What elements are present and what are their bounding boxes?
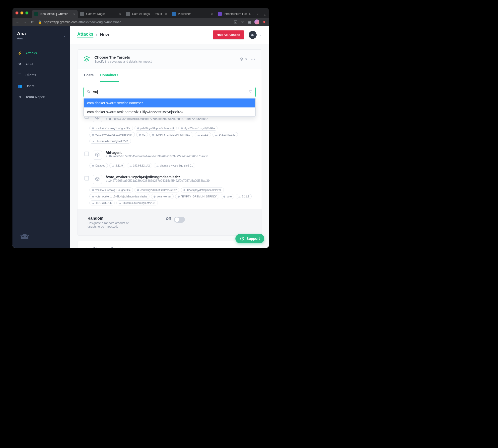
tag-text: 12y2fq4sjydh9ngmdaamlazhz bbox=[187, 188, 221, 191]
browser-window: New Attack | Gremlin × Cats vs Dogs! × C… bbox=[12, 8, 269, 248]
sidebar-item-users[interactable]: 👥 Users bbox=[12, 81, 70, 91]
tag[interactable]: ☁2.11.9 bbox=[195, 132, 211, 137]
tag[interactable]: ⬢iflywf22zvzs1ezjv6j88d4bk bbox=[178, 126, 217, 131]
close-window-icon[interactable] bbox=[15, 11, 18, 14]
team-menu[interactable]: ⌄ bbox=[249, 31, 262, 39]
breadcrumb: Attacks › New bbox=[77, 32, 109, 38]
tag[interactable]: ☁ubuntu-s-4vcpu-8gb-sfo2-01 bbox=[154, 163, 195, 168]
profile-avatar[interactable] bbox=[254, 19, 259, 24]
tag[interactable]: ⬢vote bbox=[221, 194, 234, 199]
maximize-window-icon[interactable] bbox=[25, 11, 28, 14]
browser-tab[interactable]: Cats vs Dogs -- Result × bbox=[124, 10, 169, 18]
tag[interactable]: ☁2.11.9 bbox=[109, 163, 125, 168]
gremlin-card[interactable]: Choose a Gremlin Select the type of atta… bbox=[77, 241, 262, 248]
window-controls bbox=[15, 11, 28, 14]
tag-list: ⬢vmukv7n8scsokg1uo5gpe8l3c⬢eqmwng2787b1f… bbox=[83, 185, 256, 209]
sidebar-item-alfi[interactable]: ⚗ ALFI bbox=[12, 59, 70, 70]
star-icon[interactable]: ☆ bbox=[241, 20, 244, 24]
halt-attacks-button[interactable]: Halt All Attacks bbox=[213, 30, 244, 39]
cast-icon[interactable]: ▣ bbox=[248, 20, 251, 24]
lock-icon: 🔒 bbox=[38, 20, 42, 24]
tab-containers[interactable]: Containers bbox=[100, 69, 119, 82]
container-search[interactable]: viz bbox=[83, 87, 256, 97]
tag-text: "EMPTY_GREMLIN_STRING" bbox=[181, 195, 217, 198]
minimize-window-icon[interactable] bbox=[20, 11, 23, 14]
random-toggle[interactable] bbox=[174, 217, 185, 223]
tag-icon: ☁ bbox=[215, 133, 217, 136]
tag-text: eqmwng2787b1f3m0rcm4k1loz bbox=[141, 188, 177, 191]
tag[interactable]: ⬢Datadog bbox=[89, 163, 108, 168]
container-id: b2d32ca032323bd7eb1c0edcbcf77685aff87f68… bbox=[106, 117, 255, 121]
dropdown-item[interactable]: com.docker.swarm.service.name:viz bbox=[84, 98, 255, 107]
close-tab-icon[interactable]: × bbox=[257, 12, 259, 16]
tag-text: ubuntu-s-4vcpu-8gb-sfo2-01 bbox=[96, 140, 129, 143]
tag-icon: ⬢ bbox=[153, 195, 156, 198]
tag-text: 2.11.9 bbox=[242, 195, 249, 198]
browser-tab[interactable]: Cats vs Dogs! × bbox=[78, 10, 124, 18]
cube-icon: 0 bbox=[239, 57, 247, 61]
dropdown-item[interactable]: com.docker.swarm.task.name:viz.1.iflywf2… bbox=[84, 107, 255, 116]
more-icon[interactable]: ••• bbox=[251, 57, 256, 61]
tag[interactable]: ⬢vote_worker bbox=[151, 194, 174, 199]
container-name: /dd-agent bbox=[106, 151, 255, 155]
tag[interactable]: ⬢viz bbox=[136, 132, 148, 137]
tag-text: 142.93.82.142 bbox=[219, 133, 235, 136]
nav-forward-icon[interactable]: → bbox=[23, 20, 27, 24]
close-tab-icon[interactable]: × bbox=[165, 12, 167, 16]
sidebar-item-label: Clients bbox=[25, 73, 36, 77]
tag[interactable]: ☁142.93.82.142 bbox=[127, 163, 152, 168]
user-switcher[interactable]: Ana Ana ⌄ bbox=[12, 26, 70, 45]
close-tab-icon[interactable]: × bbox=[119, 12, 121, 16]
row-checkbox[interactable] bbox=[84, 176, 89, 180]
tag[interactable]: ☁ubuntu-s-4vcpu-8gb-sfo2-01 bbox=[89, 139, 131, 144]
tag[interactable]: ⬢pzh26egn60appu9idlwtomqfk bbox=[135, 126, 177, 131]
tag-text: Datadog bbox=[95, 164, 105, 167]
crumb-attacks[interactable]: Attacks bbox=[77, 32, 93, 38]
support-button[interactable]: Support bbox=[235, 234, 264, 243]
tag-icon: ⬢ bbox=[92, 133, 94, 136]
browser-tab[interactable]: New Attack | Gremlin × bbox=[32, 10, 78, 18]
new-tab-button[interactable]: + bbox=[261, 13, 269, 18]
tag[interactable]: ☁142.93.82.142 bbox=[89, 200, 115, 205]
nav-back-icon[interactable]: ← bbox=[15, 20, 19, 24]
tag-text: 2.11.9 bbox=[116, 164, 123, 167]
tag-text: ubuntu-s-4vcpu-8gb-sfo2-01 bbox=[160, 164, 193, 167]
tag[interactable]: ☁ubuntu-s-4vcpu-8gb-sfo2-01 bbox=[116, 200, 158, 205]
tag-icon: ⬢ bbox=[137, 189, 139, 191]
tag[interactable]: ⬢"EMPTY_GREMLIN_STRING" bbox=[175, 194, 219, 199]
extension-icon[interactable] bbox=[263, 20, 266, 23]
sidebar-item-attacks[interactable]: ⚡ Attacks bbox=[12, 48, 70, 59]
container-row: /vote_worker.1.12y2fq4sjydh9ngmdaamlazhz… bbox=[83, 172, 256, 185]
tag[interactable]: ⬢eqmwng2787b1f3m0rcm4k1loz bbox=[135, 187, 179, 192]
tab-hosts[interactable]: Hosts bbox=[83, 69, 94, 82]
tag-text: iflywf22zvzs1ezjv6j88d4bk bbox=[184, 127, 215, 130]
support-label: Support bbox=[246, 237, 260, 241]
sidebar-item-clients[interactable]: ☰ Clients bbox=[12, 70, 70, 81]
row-checkbox[interactable] bbox=[84, 152, 89, 156]
search-icon bbox=[87, 90, 91, 94]
close-tab-icon[interactable]: × bbox=[211, 12, 213, 16]
tag[interactable]: ⬢viz.1.iflywf22zvzs1ezjv6j88d4bk bbox=[89, 132, 135, 137]
nav-list: ⚡ Attacks⚗ ALFI☰ Clients👥 Users↻ Team Re… bbox=[12, 48, 70, 102]
tag[interactable]: ⬢12y2fq4sjydh9ngmdaamlazhz bbox=[181, 187, 224, 192]
attacks-icon: ⚡ bbox=[17, 51, 22, 55]
tag[interactable]: ⬢"EMPTY_GREMLIN_STRING" bbox=[149, 132, 194, 137]
browser-tab[interactable]: Infrastructure List | Datadog × bbox=[215, 10, 261, 18]
close-tab-icon[interactable]: × bbox=[73, 12, 75, 16]
url-path: /attacks/new?origin=undefined bbox=[77, 20, 121, 24]
search-dropdown: com.docker.swarm.service.name:vizcom.doc… bbox=[83, 98, 256, 117]
tag[interactable]: ☁142.93.82.142 bbox=[213, 132, 238, 137]
browser-tab[interactable]: Visualizer × bbox=[169, 10, 215, 18]
nav-reload-icon[interactable]: ⟳ bbox=[30, 20, 34, 24]
sidebar-item-team-report[interactable]: ↻ Team Report bbox=[12, 91, 70, 102]
tag-icon: ⬢ bbox=[92, 127, 94, 130]
url-field[interactable]: 🔒 https://app.gremlin.com/attacks/new?or… bbox=[38, 20, 230, 24]
tag[interactable]: ☁2.11.9 bbox=[236, 194, 252, 199]
tag[interactable]: ⬢vmukv7n8scsokg1uo5gpe8l3c bbox=[89, 126, 133, 131]
gremlin-title: Choose a Gremlin bbox=[93, 246, 140, 248]
gremlin-logo bbox=[12, 227, 70, 248]
tag[interactable]: ⬢vmukv7n8scsokg1uo5gpe8l3c bbox=[89, 187, 133, 192]
key-icon[interactable]: ⚿ bbox=[234, 20, 237, 24]
tag[interactable]: ⬢vote_worker.1.12y2fq4sjydh9ngmdaamlazhz bbox=[89, 194, 149, 199]
filter-icon[interactable] bbox=[248, 90, 252, 94]
